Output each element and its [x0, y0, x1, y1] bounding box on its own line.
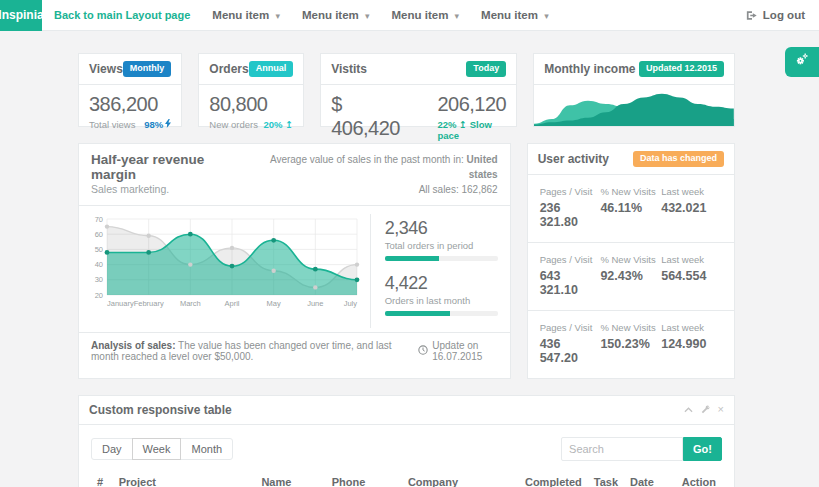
svg-text:February: February — [134, 299, 164, 308]
nav-menu-item-3[interactable]: Menu item ▾ — [392, 9, 460, 21]
svg-text:July: July — [344, 299, 358, 308]
period-button-group: DayWeekMonth — [91, 438, 233, 460]
chevron-down-icon: ▾ — [544, 11, 549, 21]
chevron-down-icon: ▾ — [455, 11, 460, 21]
wrench-icon[interactable] — [701, 405, 710, 414]
user-activity-cell: Pages / Visit643 321.10 — [540, 254, 601, 297]
back-to-layout-link[interactable]: Back to main Layout page — [54, 9, 190, 21]
level-up-icon: ↥ — [285, 119, 293, 130]
revenue-chart: 203040506070JanuaryFebruaryMarchAprilMay… — [87, 214, 365, 312]
total-orders-value: 2,346 — [385, 218, 498, 239]
level-up-icon: ↥ — [459, 119, 467, 130]
svg-text:40: 40 — [95, 260, 103, 269]
last-month-value: 4,422 — [385, 273, 498, 294]
user-activity-cell: Last week564.554 — [661, 254, 722, 297]
svg-text:60: 60 — [95, 230, 103, 239]
avg-sales-value: United states — [467, 154, 498, 180]
column-header-project: Project — [113, 471, 256, 487]
svg-text:20: 20 — [95, 291, 103, 300]
nav-menu-item-2[interactable]: Menu item ▾ — [302, 9, 370, 21]
revenue-title: Half-year revenue margin — [91, 152, 247, 182]
orders-label: New orders — [209, 119, 258, 130]
views-delta: 98% — [144, 119, 163, 130]
search-input[interactable] — [561, 437, 683, 461]
orders-badge: Annual — [249, 61, 294, 77]
nav-menu-item-1[interactable]: Menu item ▾ — [212, 9, 280, 21]
period-button-month[interactable]: Month — [180, 438, 233, 460]
user-activity-cell: % New Visits92.43% — [600, 254, 661, 297]
projects-table: #ProjectNamePhoneCompanyCompletedTaskDat… — [91, 471, 722, 487]
brand-logo[interactable]: Inspinia — [0, 0, 42, 31]
orders-delta: 20% — [264, 119, 283, 130]
vistits-value-2: 206,120 — [437, 92, 506, 116]
views-card: Views Monthly 386,200 Total views 98% — [78, 53, 182, 127]
table-panel-title: Custom responsive table — [89, 403, 232, 417]
svg-text:April: April — [224, 299, 239, 308]
go-button[interactable]: Go! — [683, 437, 722, 461]
period-button-day[interactable]: Day — [91, 438, 133, 460]
custom-table-panel: Custom responsive table × DayWeekMonth G… — [78, 395, 735, 487]
column-header-date: Date — [624, 471, 676, 487]
orders-card: Orders Annual 80,800 New orders 20% ↥ — [198, 53, 304, 127]
views-badge: Monthly — [123, 61, 172, 77]
user-activity-cell: Last week124.990 — [661, 322, 722, 365]
monthly-income-chart — [534, 80, 734, 126]
user-activity-title: User activity — [538, 152, 609, 166]
svg-text:January: January — [107, 299, 134, 308]
last-month-progress — [385, 311, 498, 316]
views-label: Total views — [89, 119, 135, 130]
last-month-label: Orders in last month — [385, 295, 498, 306]
revenue-subtitle: Sales marketing. — [91, 183, 247, 195]
clock-icon — [418, 345, 428, 357]
revenue-panel: Half-year revenue margin Sales marketing… — [78, 143, 511, 379]
vistits-title: Vistits — [331, 62, 367, 76]
theme-settings-button[interactable] — [785, 47, 819, 77]
user-activity-badge: Data has changed — [633, 151, 724, 167]
nav-menu-item-4[interactable]: Menu item ▾ — [481, 9, 549, 21]
user-activity-cell: Last week432.021 — [661, 186, 722, 229]
chevron-down-icon: ▾ — [365, 11, 370, 21]
vistits-card: Vistits Today $ 406,420 44% ↥ Rapid pace… — [320, 53, 517, 127]
stats-row: Views Monthly 386,200 Total views 98% Or… — [78, 53, 735, 127]
period-button-week[interactable]: Week — [132, 438, 182, 460]
monthly-income-badge: Updated 12.2015 — [639, 61, 724, 77]
views-value: 386,200 — [89, 92, 171, 116]
logout-button[interactable]: Log out — [746, 9, 805, 21]
column-header-action: Action — [676, 471, 722, 487]
views-title: Views — [89, 62, 123, 76]
user-activity-row: Pages / Visit436 547.20% New Visits150.2… — [528, 311, 734, 378]
svg-text:50: 50 — [95, 245, 103, 254]
avg-sales-label: Average value of sales in the past month… — [270, 154, 464, 165]
user-activity-panel: User activity Data has changed Pages / V… — [527, 143, 735, 379]
total-orders-label: Total orders in period — [385, 240, 498, 251]
gears-icon — [794, 52, 810, 72]
update-note: Update on 16.07.2015 — [418, 340, 497, 362]
column-header-task: Task — [588, 471, 624, 487]
vistits-delta-2: 22% — [437, 119, 456, 130]
monthly-income-title: Monthly income — [544, 62, 635, 76]
user-activity-body: Pages / Visit236 321.80% New Visits46.11… — [528, 175, 734, 378]
all-sales-label: All sales: — [419, 184, 459, 195]
user-activity-row: Pages / Visit643 321.10% New Visits92.43… — [528, 243, 734, 311]
svg-text:30: 30 — [95, 275, 103, 284]
user-activity-cell: % New Visits150.23% — [600, 322, 661, 365]
all-sales-value: 162,862 — [461, 184, 497, 195]
collapse-icon[interactable] — [684, 407, 693, 413]
close-icon[interactable]: × — [718, 404, 724, 415]
logout-label: Log out — [763, 9, 805, 21]
column-header-phone: Phone — [326, 471, 402, 487]
sign-out-icon — [746, 10, 758, 21]
column-header-completed: Completed — [519, 471, 588, 487]
user-activity-cell: Pages / Visit236 321.80 — [540, 186, 601, 229]
user-activity-cell: % New Visits46.11% — [600, 186, 661, 229]
bolt-icon — [165, 119, 171, 130]
chevron-down-icon: ▾ — [275, 11, 280, 21]
top-navbar: Inspinia Back to main Layout page Menu i… — [0, 0, 819, 31]
svg-text:70: 70 — [95, 215, 103, 224]
total-orders-progress — [385, 256, 498, 261]
column-header-company: Company — [402, 471, 519, 487]
user-activity-row: Pages / Visit236 321.80% New Visits46.11… — [528, 175, 734, 243]
nav-menu: Menu item ▾Menu item ▾Menu item ▾Menu it… — [190, 9, 548, 21]
column-header-name: Name — [255, 471, 325, 487]
monthly-income-card: Monthly income Updated 12.2015 — [533, 53, 735, 127]
